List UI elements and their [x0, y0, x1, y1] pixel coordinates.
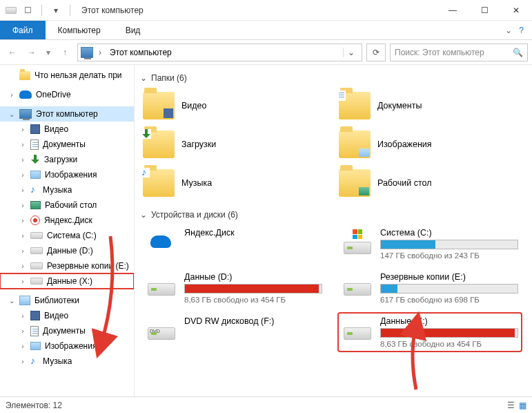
- drive-item[interactable]: Данные (X:) 8,63 ГБ свободно из 454 ГБ: [339, 314, 521, 351]
- ribbon-expand-icon[interactable]: ⌄: [505, 26, 512, 35]
- statusbar: Элементов: 12 ☰ ▦: [0, 396, 532, 413]
- sidebar-item[interactable]: › Данные (X:): [0, 273, 134, 289]
- sidebar-item[interactable]: › Видео: [0, 308, 134, 323]
- nav-back-button[interactable]: ←: [4, 44, 21, 61]
- help-icon[interactable]: ?: [519, 26, 524, 35]
- folder-icon: [143, 92, 175, 119]
- expand-icon[interactable]: ›: [19, 126, 26, 133]
- sidebar-item[interactable]: › Изображения: [0, 167, 134, 182]
- folder-icon: [143, 131, 175, 158]
- search-icon: 🔍: [513, 48, 523, 57]
- sidebar-item[interactable]: › Рабочий стол: [0, 198, 134, 213]
- maximize-button[interactable]: ☐: [469, 0, 500, 21]
- breadcrumb[interactable]: Этот компьютер: [107, 48, 175, 57]
- hdd-icon: [30, 232, 43, 239]
- expand-icon[interactable]: ›: [19, 312, 26, 320]
- drive-item[interactable]: Данные (D:) 8,63 ГБ свободно из 454 ГБ: [143, 269, 325, 307]
- view-details-button[interactable]: ☰: [507, 401, 515, 410]
- chevron-down-icon[interactable]: ⌄: [140, 73, 147, 83]
- sidebar-item-libraries[interactable]: ⌄ Библиотеки: [0, 293, 134, 308]
- capacity-bar: [184, 284, 322, 294]
- folder-item[interactable]: Документы: [339, 88, 521, 123]
- sidebar-item[interactable]: › Документы: [0, 323, 134, 338]
- drive-item[interactable]: Яндекс.Диск: [143, 225, 325, 262]
- sidebar-item-thispc[interactable]: ⌄ Этот компьютер: [0, 106, 134, 122]
- view-tiles-button[interactable]: ▦: [519, 401, 526, 410]
- folder-item[interactable]: Видео: [143, 88, 325, 123]
- expand-icon[interactable]: ›: [19, 186, 26, 194]
- status-text: Элементов: 12: [6, 401, 62, 410]
- group-devices[interactable]: ⌄ Устройства и диски (6): [137, 207, 526, 225]
- sidebar-item[interactable]: › Яндекс.Диск: [0, 213, 134, 228]
- yd-icon: [30, 215, 40, 225]
- tab-view[interactable]: Вид: [113, 21, 153, 39]
- chevron-right-icon[interactable]: ›: [97, 48, 103, 57]
- folder-item[interactable]: Изображения: [339, 127, 521, 162]
- expand-icon[interactable]: ›: [19, 327, 26, 335]
- sidebar-item[interactable]: › Изображения: [0, 338, 134, 354]
- folder-icon: [339, 131, 371, 158]
- tab-computer[interactable]: Компьютер: [46, 21, 113, 39]
- drive-item[interactable]: Система (C:) 147 ГБ свободно из 243 ГБ: [339, 225, 521, 262]
- sidebar-item[interactable]: › Данные (D:): [0, 243, 134, 258]
- expand-icon[interactable]: ›: [19, 141, 26, 148]
- folder-item[interactable]: Рабочий стол: [339, 166, 521, 200]
- img-icon: [30, 342, 41, 350]
- sidebar-item-recent-folder[interactable]: Что нельзя делать при: [0, 68, 134, 83]
- drive-icon: [146, 272, 177, 300]
- folder-item[interactable]: Загрузки: [143, 127, 325, 162]
- address-row: ← → ▾ ↑ › Этот компьютер ⌄ ⟳ Поиск: Этот…: [0, 40, 532, 65]
- sidebar-item-onedrive[interactable]: › OneDrive: [0, 87, 134, 102]
- expand-icon[interactable]: ›: [19, 358, 26, 365]
- sidebar-item[interactable]: › Видео: [0, 122, 134, 137]
- collapse-icon[interactable]: ⌄: [8, 297, 15, 305]
- drive-icon: DVD: [146, 316, 177, 344]
- pc-icon: [81, 47, 93, 58]
- expand-icon[interactable]: ›: [19, 343, 26, 350]
- drive-item[interactable]: Резервные копии (E:) 617 ГБ свободно из …: [339, 269, 521, 307]
- qat-props-icon[interactable]: ☐: [22, 5, 33, 16]
- expand-icon[interactable]: ›: [19, 202, 26, 209]
- chevron-down-icon[interactable]: ⌄: [140, 210, 147, 220]
- folder-icon: [339, 92, 371, 119]
- expand-icon[interactable]: ›: [19, 156, 26, 164]
- img-icon: [30, 171, 41, 179]
- sidebar-item[interactable]: › Музыка: [0, 354, 134, 369]
- expand-icon[interactable]: ›: [19, 247, 26, 255]
- nav-up-button[interactable]: ↑: [57, 44, 73, 61]
- expand-icon[interactable]: ›: [8, 91, 15, 99]
- collapse-icon[interactable]: ⌄: [8, 111, 15, 118]
- desk-icon: [30, 201, 41, 209]
- music-icon: [30, 356, 39, 366]
- address-dropdown-icon[interactable]: ⌄: [343, 48, 359, 57]
- qat-dropdown-icon[interactable]: ▾: [50, 5, 61, 16]
- expand-icon[interactable]: ›: [19, 262, 26, 270]
- sidebar-item[interactable]: › Документы: [0, 137, 134, 152]
- expand-icon[interactable]: ›: [19, 278, 26, 285]
- nav-forward-button[interactable]: →: [23, 44, 40, 61]
- folder-item[interactable]: Музыка: [143, 166, 325, 200]
- sidebar-item[interactable]: › Музыка: [0, 182, 134, 198]
- expand-icon[interactable]: ›: [19, 232, 26, 240]
- ribbon: Файл Компьютер Вид ⌄ ?: [0, 21, 532, 40]
- nav-recent-button[interactable]: ▾: [43, 44, 54, 61]
- capacity-bar: [380, 284, 518, 294]
- expand-icon[interactable]: ›: [19, 171, 26, 179]
- folder-icon: [143, 169, 175, 197]
- drive-icon: [342, 316, 373, 344]
- close-button[interactable]: ✕: [500, 0, 532, 21]
- sidebar-item[interactable]: › Загрузки: [0, 152, 134, 167]
- titlebar: ☐ ▾ Этот компьютер — ☐ ✕: [0, 0, 532, 21]
- sidebar: Что нельзя делать при › OneDrive ⌄ Этот …: [0, 65, 135, 396]
- group-folders[interactable]: ⌄ Папки (6): [137, 70, 526, 88]
- refresh-button[interactable]: ⟳: [366, 44, 386, 61]
- expand-icon[interactable]: ›: [19, 217, 26, 224]
- sidebar-item[interactable]: › Система (C:): [0, 228, 134, 243]
- sidebar-item[interactable]: › Резервные копии (E:): [0, 258, 134, 273]
- search-input[interactable]: Поиск: Этот компьютер 🔍: [390, 44, 528, 61]
- address-bar[interactable]: › Этот компьютер ⌄: [77, 44, 362, 61]
- tab-file[interactable]: Файл: [0, 21, 46, 39]
- folder-icon: [19, 71, 30, 80]
- drive-item[interactable]: DVD DVD RW дисковод (F:): [143, 314, 325, 351]
- minimize-button[interactable]: —: [437, 0, 469, 21]
